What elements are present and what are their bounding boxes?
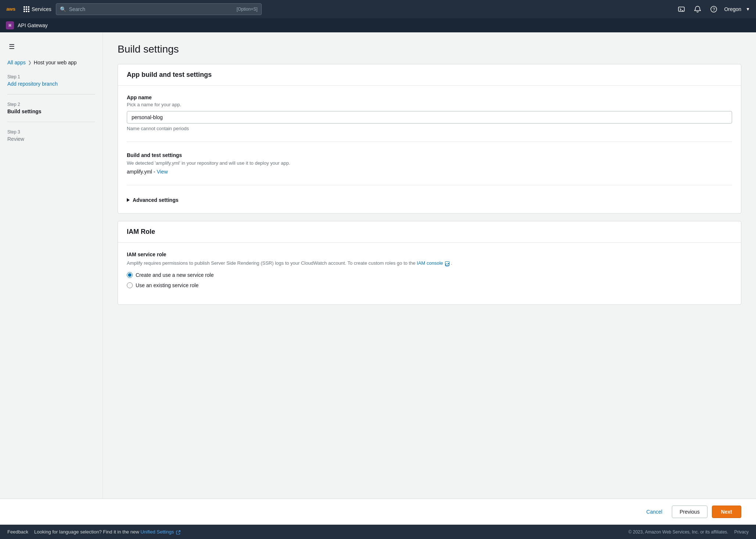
- top-nav: aws Services 🔍 [Option+S] ? Oregon ▼: [0, 0, 756, 18]
- previous-button[interactable]: Previous: [672, 506, 707, 518]
- footer-message: Looking for language selection? Find it …: [34, 529, 180, 535]
- hamburger-button[interactable]: ☰: [7, 41, 16, 52]
- build-test-section: Build and test settings We detected 'amp…: [127, 152, 732, 185]
- build-settings-label: Build and test settings: [127, 152, 732, 158]
- sidebar-step2: Step 2 Build settings: [7, 102, 95, 122]
- app-build-card-header: App build and test settings: [118, 64, 741, 86]
- breadcrumb-separator: ❯: [28, 60, 32, 65]
- advanced-settings-section: Advanced settings: [127, 196, 732, 204]
- cloud-shell-button[interactable]: [676, 3, 687, 15]
- app-name-section: App name Pick a name for your app. Name …: [127, 94, 732, 142]
- footer-right: © 2023, Amazon Web Services, Inc. or its…: [628, 529, 749, 535]
- content-area: Build settings App build and test settin…: [103, 32, 756, 499]
- app-name-warning: Name cannot contain periods: [127, 126, 732, 131]
- aws-logo[interactable]: aws: [6, 2, 19, 17]
- radio-create-input[interactable]: [127, 272, 133, 278]
- search-shortcut: [Option+S]: [237, 7, 258, 12]
- breadcrumb-current: Host your web app: [34, 60, 77, 65]
- iam-card: IAM Role IAM service role Amplify requir…: [118, 221, 741, 305]
- footer-copyright: © 2023, Amazon Web Services, Inc. or its…: [628, 529, 728, 535]
- triangle-icon: [127, 198, 130, 202]
- app-build-card-body: App name Pick a name for your app. Name …: [118, 86, 741, 213]
- advanced-settings-toggle[interactable]: Advanced settings: [127, 196, 178, 204]
- sidebar-step1-name[interactable]: Add repository branch: [7, 81, 58, 87]
- iam-section: IAM service role Amplify requires permis…: [127, 251, 732, 288]
- iam-service-label: IAM service role: [127, 251, 732, 257]
- radio-existing-input[interactable]: [127, 282, 133, 288]
- footer-privacy-link[interactable]: Privacy: [734, 529, 749, 535]
- footer-message-part1: Looking for language selection? Find it …: [34, 529, 140, 535]
- iam-desc-part1: Amplify requires permissions to publish …: [127, 260, 417, 266]
- sidebar-step3-name: Review: [7, 136, 24, 142]
- services-label: Services: [32, 6, 51, 12]
- help-button[interactable]: ?: [708, 3, 720, 15]
- step3-label: Step 3: [7, 129, 95, 135]
- app-build-card-title: App build and test settings: [127, 71, 732, 79]
- feedback-link[interactable]: Feedback: [7, 529, 28, 535]
- step2-label: Step 2: [7, 102, 95, 107]
- main-layout: ☰ All apps ❯ Host your web app Step 1 Ad…: [0, 32, 756, 499]
- advanced-settings-label: Advanced settings: [133, 197, 178, 203]
- radio-create-option[interactable]: Create and use a new service role: [127, 272, 732, 278]
- view-build-link[interactable]: View: [157, 169, 168, 175]
- service-name: API Gateway: [18, 22, 48, 28]
- app-name-hint: Pick a name for your app.: [127, 102, 732, 107]
- step1-label: Step 1: [7, 74, 95, 79]
- page-title: Build settings: [118, 43, 741, 55]
- iam-console-link-text: IAM console: [417, 260, 443, 266]
- iam-console-link[interactable]: IAM console: [417, 260, 451, 266]
- radio-existing-option[interactable]: Use an existing service role: [127, 282, 732, 288]
- iam-desc-part2: .: [451, 260, 452, 266]
- build-settings-file: amplify.yml - View: [127, 169, 732, 175]
- build-file-name: amplify.yml -: [127, 169, 157, 175]
- notifications-button[interactable]: [692, 3, 703, 15]
- iam-description: Amplify requires permissions to publish …: [127, 260, 732, 267]
- unified-settings-text: Unified Settings: [140, 529, 174, 535]
- external-link-icon: [445, 261, 449, 266]
- sidebar-step3: Step 3 Review: [7, 129, 95, 149]
- sidebar-step1: Step 1 Add repository branch: [7, 74, 95, 94]
- breadcrumb-all-apps[interactable]: All apps: [7, 60, 26, 65]
- breadcrumb: All apps ❯ Host your web app: [7, 60, 95, 65]
- unified-settings-link[interactable]: Unified Settings: [140, 529, 180, 535]
- svg-rect-1: [678, 7, 684, 11]
- sidebar: ☰ All apps ❯ Host your web app Step 1 Ad…: [0, 32, 103, 499]
- radio-create-label: Create and use a new service role: [136, 272, 214, 278]
- build-settings-desc: We detected 'amplify.yml' in your reposi…: [127, 160, 732, 166]
- action-bar: Cancel Previous Next: [0, 499, 756, 525]
- next-button[interactable]: Next: [712, 506, 741, 518]
- service-bar: H API Gateway: [0, 18, 756, 32]
- iam-card-body: IAM service role Amplify requires permis…: [118, 243, 741, 304]
- region-selector[interactable]: Oregon: [724, 6, 741, 12]
- search-icon: 🔍: [60, 6, 66, 12]
- radio-existing-label: Use an existing service role: [136, 282, 198, 288]
- region-chevron: ▼: [746, 7, 750, 12]
- search-input[interactable]: [69, 6, 234, 12]
- app-name-label: App name: [127, 94, 732, 100]
- cancel-button[interactable]: Cancel: [641, 506, 668, 518]
- search-bar[interactable]: 🔍 [Option+S]: [56, 3, 262, 15]
- sidebar-step2-name: Build settings: [7, 108, 42, 114]
- grid-icon: [24, 6, 29, 12]
- svg-text:?: ?: [713, 7, 715, 12]
- service-icon: H: [6, 21, 14, 29]
- iam-card-title: IAM Role: [127, 228, 732, 236]
- app-name-input[interactable]: [127, 111, 732, 124]
- footer: Feedback Looking for language selection?…: [0, 525, 756, 539]
- services-nav[interactable]: Services: [24, 6, 51, 12]
- app-build-card: App build and test settings App name Pic…: [118, 64, 741, 214]
- svg-text:aws: aws: [6, 6, 15, 11]
- iam-card-header: IAM Role: [118, 221, 741, 243]
